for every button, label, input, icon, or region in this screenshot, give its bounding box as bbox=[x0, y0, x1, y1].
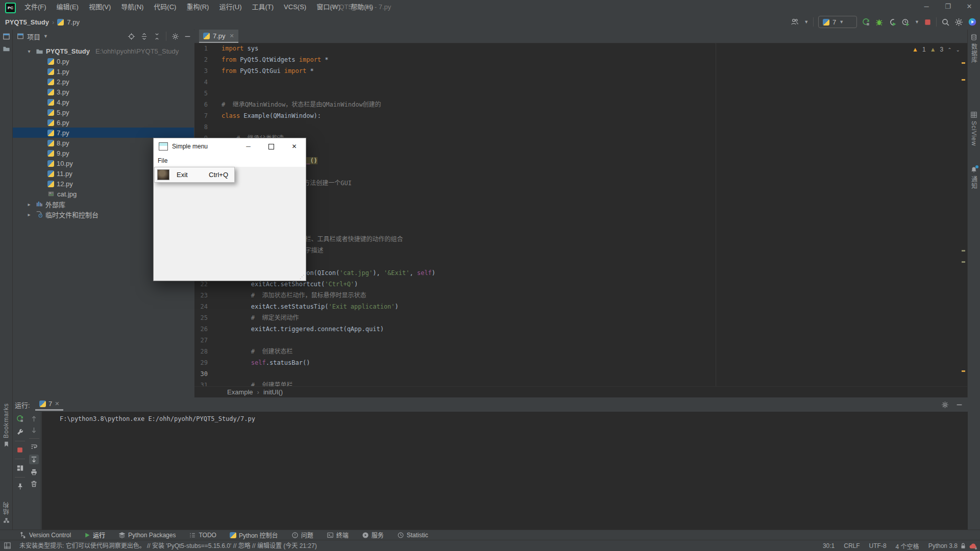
tool-window-button-服务[interactable]: 服务 bbox=[362, 531, 384, 539]
tree-file-0.py[interactable]: 0.py bbox=[13, 56, 194, 66]
code-line-25[interactable]: 25 # 绑定关闭动作 bbox=[194, 312, 967, 323]
code-line-24[interactable]: 24 exitAct.setStatusTip('Exit applicatio… bbox=[194, 301, 967, 312]
status-message[interactable]: 未安装类型提示: 它们可以使代码洞察更出色。 // 安装 'PyQt5-stub… bbox=[19, 540, 317, 551]
project-tool-button[interactable] bbox=[0, 33, 12, 40]
users-dropdown-icon[interactable]: ▼ bbox=[804, 19, 808, 24]
code-editor[interactable]: 1import sys2from PyQt5.QtWidgets import … bbox=[194, 43, 967, 386]
code-line-19[interactable]: 19 # 状态栏显示的文字描述 bbox=[194, 245, 967, 256]
menu-item-6[interactable]: 运行(U) bbox=[214, 0, 247, 14]
rerun-icon[interactable] bbox=[16, 415, 24, 423]
resize-grip[interactable]: ⋰ bbox=[300, 274, 305, 280]
status-indent-style[interactable]: 4 个空格 bbox=[896, 542, 919, 550]
tool-window-switcher-icon[interactable] bbox=[4, 542, 11, 549]
chevron-right-icon[interactable]: ▸ bbox=[25, 212, 33, 217]
run-tab-close-icon[interactable]: ✕ bbox=[55, 400, 59, 407]
colored-ball-icon[interactable] bbox=[968, 17, 977, 27]
down-stack-icon[interactable] bbox=[30, 427, 38, 434]
code-line-21[interactable]: 21 exitAct = QAction(QIcon('cat.jpg'), '… bbox=[194, 267, 967, 279]
code-line-31[interactable]: 31 # 创建菜单栏 bbox=[194, 380, 967, 386]
code-line-16[interactable]: 16 bbox=[194, 211, 967, 222]
code-line-6[interactable]: 6# 继承QMainWindow，状态栏是由QMainWindow创建的 bbox=[194, 99, 967, 110]
menu-item-2[interactable]: 视图(V) bbox=[84, 0, 116, 14]
file-menu[interactable]: File bbox=[154, 157, 172, 164]
code-line-18[interactable]: 18 # 动作是放在菜单栏、工具栏或者快捷键的动作的组合 bbox=[194, 234, 967, 245]
pin-icon[interactable] bbox=[16, 483, 24, 490]
scroll-to-end-icon[interactable] bbox=[29, 455, 39, 464]
close-button[interactable]: ✕ bbox=[959, 0, 980, 14]
folder-tool-button[interactable] bbox=[0, 45, 12, 53]
code-line-28[interactable]: 28 # 创建状态栏 bbox=[194, 346, 967, 357]
exit-menu-item[interactable]: Exit bbox=[177, 171, 188, 179]
tool-window-button-python-packages[interactable]: Python Packages bbox=[118, 532, 176, 539]
profiler-dropdown-icon[interactable]: ▼ bbox=[915, 19, 919, 24]
up-stack-icon[interactable] bbox=[30, 415, 38, 422]
error-stripe-mark[interactable] bbox=[962, 261, 965, 263]
soft-wrap-icon[interactable] bbox=[30, 443, 38, 450]
chevron-down-icon[interactable]: ▾ bbox=[25, 48, 33, 54]
lock-icon[interactable] bbox=[960, 542, 967, 549]
sidebar-item-sciview[interactable]: SciView bbox=[968, 111, 980, 146]
code-line-15[interactable]: 15 bbox=[194, 200, 967, 211]
status-encoding[interactable]: UTF-8 bbox=[869, 542, 887, 549]
next-issue-icon[interactable]: ⌄ bbox=[956, 47, 960, 53]
menu-item-8[interactable]: VCS(S) bbox=[279, 0, 311, 14]
code-line-30[interactable]: 30 bbox=[194, 368, 967, 380]
status-interpreter[interactable]: Python 3.8 bbox=[928, 542, 958, 549]
tool-window-button-todo[interactable]: TODO bbox=[189, 532, 216, 539]
tree-file-7.py[interactable]: 7.py bbox=[13, 128, 194, 138]
code-line-13[interactable]: 13 # 调用initUI()方法创建一个GUI bbox=[194, 178, 967, 189]
panel-settings-gear-icon[interactable] bbox=[172, 33, 179, 40]
code-line-2[interactable]: 2from PyQt5.QtWidgets import * bbox=[194, 54, 967, 65]
code-line-4[interactable]: 4 bbox=[194, 77, 967, 88]
profiler-icon[interactable] bbox=[901, 18, 910, 27]
sidebar-item-database[interactable]: 数据库 bbox=[968, 34, 980, 63]
users-icon[interactable] bbox=[790, 18, 799, 26]
run-with-coverage-icon[interactable] bbox=[888, 18, 897, 27]
code-line-27[interactable]: 27 bbox=[194, 335, 967, 346]
code-line-14[interactable]: 14 self.initUI() bbox=[194, 189, 967, 200]
code-line-9[interactable]: 9 # 继承父类构造 bbox=[194, 133, 967, 144]
stop-icon[interactable] bbox=[924, 18, 932, 26]
tree-file-3.py[interactable]: 3.py bbox=[13, 87, 194, 97]
menu-item-7[interactable]: 工具(T) bbox=[247, 0, 279, 14]
collapse-all-icon[interactable] bbox=[153, 33, 161, 40]
code-line-11[interactable]: 11 super().__init__() bbox=[194, 155, 967, 166]
menu-item-3[interactable]: 导航(N) bbox=[116, 0, 149, 14]
expand-all-icon[interactable] bbox=[140, 33, 148, 40]
code-line-3[interactable]: 3from PyQt5.QtGui import * bbox=[194, 65, 967, 77]
breadcrumb-method[interactable]: initUI() bbox=[263, 388, 283, 396]
dialog-minimize-button[interactable]: ─ bbox=[237, 138, 260, 155]
menu-item-1[interactable]: 编辑(E) bbox=[52, 0, 84, 14]
print-icon[interactable] bbox=[30, 468, 38, 476]
breadcrumb-class[interactable]: Example bbox=[227, 388, 253, 396]
chevron-right-icon[interactable]: ▸ bbox=[25, 202, 33, 207]
sidebar-item-bookmarks[interactable]: Bookmarks bbox=[0, 403, 12, 447]
clear-trash-icon[interactable] bbox=[30, 480, 38, 488]
tree-file-6.py[interactable]: 6.py bbox=[13, 117, 194, 128]
code-line-1[interactable]: 1import sys bbox=[194, 43, 967, 54]
code-line-5[interactable]: 5 bbox=[194, 88, 967, 99]
tree-file-5.py[interactable]: 5.py bbox=[13, 107, 194, 117]
tool-window-button-终端[interactable]: 终端 bbox=[327, 531, 349, 539]
tab-close-icon[interactable]: ✕ bbox=[230, 33, 234, 39]
code-line-26[interactable]: 26 exitAct.triggered.connect(qApp.quit) bbox=[194, 323, 967, 335]
tree-file-1.py[interactable]: 1.py bbox=[13, 66, 194, 77]
code-line-10[interactable]: 10 def __init__(self): bbox=[194, 144, 967, 155]
error-stripe-mark[interactable] bbox=[962, 250, 965, 252]
code-line-23[interactable]: 23 # 添加状态栏动作，鼠标悬停时显示状态 bbox=[194, 290, 967, 301]
maximize-button[interactable]: ❐ bbox=[937, 0, 959, 14]
minimize-button[interactable]: ─ bbox=[916, 0, 937, 14]
menu-item-4[interactable]: 代码(C) bbox=[149, 0, 181, 14]
hide-run-panel-icon[interactable] bbox=[956, 402, 963, 408]
locate-file-icon[interactable] bbox=[128, 33, 135, 40]
tool-window-button-python-控制台[interactable]: Python 控制台 bbox=[230, 531, 278, 539]
tool-window-button-运行[interactable]: 运行 bbox=[84, 531, 105, 539]
tool-window-button-问题[interactable]: 问题 bbox=[291, 531, 313, 539]
code-line-22[interactable]: 22 exitAct.setShortcut('Ctrl+Q') bbox=[194, 279, 967, 290]
debug-bug-icon[interactable] bbox=[875, 18, 884, 27]
run-settings-gear-icon[interactable] bbox=[941, 401, 949, 409]
dashboard-layout-icon[interactable] bbox=[16, 464, 24, 472]
status-line-ending[interactable]: CRLF bbox=[844, 542, 860, 549]
code-line-29[interactable]: 29 self.statusBar() bbox=[194, 357, 967, 368]
hide-panel-icon[interactable] bbox=[184, 33, 191, 40]
